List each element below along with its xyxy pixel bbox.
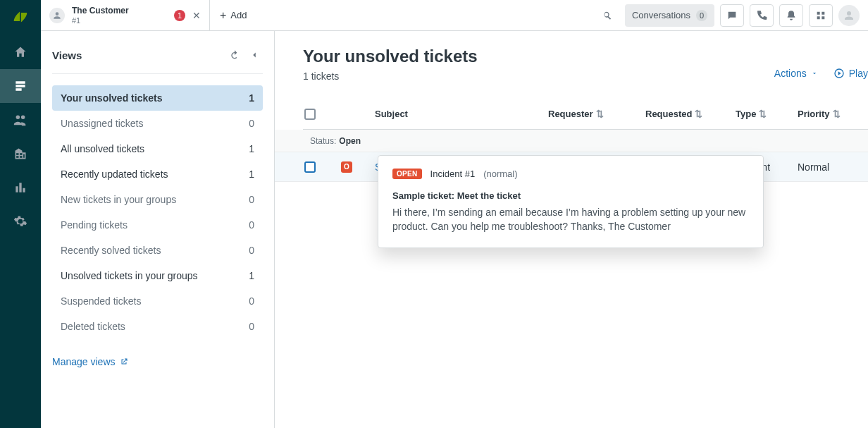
tab-badge: 1 [174,10,185,21]
manage-views-link[interactable]: Manage views [52,356,263,367]
col-type[interactable]: Type⇅ [736,109,798,119]
add-tab-button[interactable]: + Add [210,0,257,30]
views-panel: Views Your unsolved tickets1Unassigned t… [41,31,275,428]
external-link-icon [120,357,128,366]
sidebar-view-count: 0 [249,219,254,231]
left-nav-rail [0,0,41,428]
select-all-checkbox[interactable] [304,109,316,120]
sidebar-view-count: 0 [249,245,254,256]
col-requested[interactable]: Requested⇅ [645,109,736,119]
sidebar-view-label: Recently updated tickets [61,169,168,180]
sort-icon: ⇅ [596,109,604,119]
actions-label: Actions [774,68,807,79]
sidebar-view-item[interactable]: All unsolved tickets1 [52,136,263,161]
search-button[interactable] [595,4,619,27]
user-icon [49,8,65,23]
status-pill-open: OPEN [392,169,422,179]
select-all-cell[interactable] [303,109,341,120]
sidebar-view-item[interactable]: Recently solved tickets0 [52,238,263,263]
sidebar-view-count: 0 [249,194,254,205]
col-subject[interactable]: Subject [375,109,548,119]
sidebar-view-item[interactable]: Suspended tickets0 [52,288,263,314]
sidebar-view-count: 1 [249,143,254,154]
sidebar-view-count: 1 [249,92,254,104]
row-checkbox[interactable] [304,161,316,173]
conversations-button[interactable]: Conversations 0 [625,4,714,27]
sidebar-view-label: Unassigned tickets [61,118,144,129]
topbar-right: Conversations 0 [587,0,868,30]
sidebar-view-item[interactable]: Unsolved tickets in your groups1 [52,263,263,288]
tab-close-icon[interactable]: ✕ [192,10,201,21]
collapse-icon[interactable] [246,47,263,63]
sidebar-view-label: New tickets in your groups [61,194,176,205]
sidebar-view-count: 0 [249,118,254,129]
refresh-icon[interactable] [226,47,243,63]
col-priority[interactable]: Priority⇅ [798,109,868,119]
notifications-button[interactable] [779,4,803,27]
ticket-count: 1 tickets [303,71,478,82]
nav-home[interactable] [0,35,41,69]
sidebar-view-item[interactable]: Your unsolved tickets1 [52,85,263,111]
nav-admin[interactable] [0,204,41,238]
group-prefix: Status: [310,136,336,146]
workspace: Views Your unsolved tickets1Unassigned t… [41,31,868,428]
sidebar-view-item[interactable]: New tickets in your groups0 [52,187,263,212]
profile-avatar[interactable] [838,5,860,26]
preview-id: Incident #1 [430,169,476,179]
views-heading: Views [52,49,82,61]
sidebar-view-item[interactable]: Deleted tickets0 [52,314,263,339]
nav-customers[interactable] [0,103,41,137]
chevron-down-icon [811,70,818,77]
sidebar-view-count: 1 [249,169,254,180]
status-chip-open: O [341,161,352,173]
nav-organizations[interactable] [0,137,41,171]
sidebar-view-label: Pending tickets [61,219,128,231]
sidebar-view-count: 0 [249,321,254,332]
col-requester[interactable]: Requester⇅ [548,109,645,119]
sidebar-view-item[interactable]: Recently updated tickets1 [52,161,263,187]
plus-icon: + [220,9,226,22]
sort-icon: ⇅ [833,109,841,119]
actions-dropdown[interactable]: Actions [774,68,818,79]
sidebar-view-count: 0 [249,295,254,307]
sidebar-view-label: Deleted tickets [61,321,125,332]
sidebar-view-count: 1 [249,270,254,281]
table-header: Subject Requester⇅ Requested⇅ Type⇅ Prio… [303,99,868,130]
play-label: Play [849,68,868,79]
preview-title: Sample ticket: Meet the ticket [392,190,749,201]
sidebar-view-item[interactable]: Unassigned tickets0 [52,111,263,136]
sort-icon: ⇅ [695,109,702,119]
sidebar-view-label: Your unsolved tickets [61,92,162,104]
tab-title: The Customer [72,6,129,16]
sidebar-view-label: Recently solved tickets [61,245,161,256]
add-tab-label: Add [230,10,247,20]
preview-body: Hi there, I’m sending an email because I… [392,205,749,233]
sidebar-view-label: Unsolved tickets in your groups [61,270,198,281]
sidebar-view-label: All unsolved tickets [61,143,144,154]
sidebar-view-item[interactable]: Pending tickets0 [52,212,263,238]
tab-subtitle: #1 [72,16,129,25]
group-value: Open [339,136,361,146]
tab-ticket[interactable]: The Customer #1 1 ✕ [41,0,210,30]
group-row-status: Status: Open [275,130,868,152]
chat-button[interactable] [720,4,744,27]
nav-views[interactable] [0,69,41,103]
play-button[interactable]: Play [833,68,868,79]
main-content: Your unsolved tickets 1 tickets Actions … [275,31,868,428]
ticket-preview-card: OPEN Incident #1 (normal) Sample ticket:… [378,155,764,248]
top-bar: The Customer #1 1 ✕ + Add Conversations … [41,0,868,31]
apps-button[interactable] [809,4,833,27]
conversations-label: Conversations [632,10,690,20]
play-icon [833,68,845,79]
tab-title-block: The Customer #1 [72,6,129,25]
phone-button[interactable] [750,4,774,27]
nav-reporting[interactable] [0,171,41,204]
page-title: Your unsolved tickets [303,47,478,66]
preview-priority: (normal) [483,169,517,179]
conversations-count: 0 [696,10,707,21]
views-list: Your unsolved tickets1Unassigned tickets… [52,85,263,339]
zendesk-logo[interactable] [0,3,41,31]
row-priority: Normal [798,161,829,173]
manage-views-label: Manage views [52,356,116,367]
sort-icon: ⇅ [759,109,767,119]
